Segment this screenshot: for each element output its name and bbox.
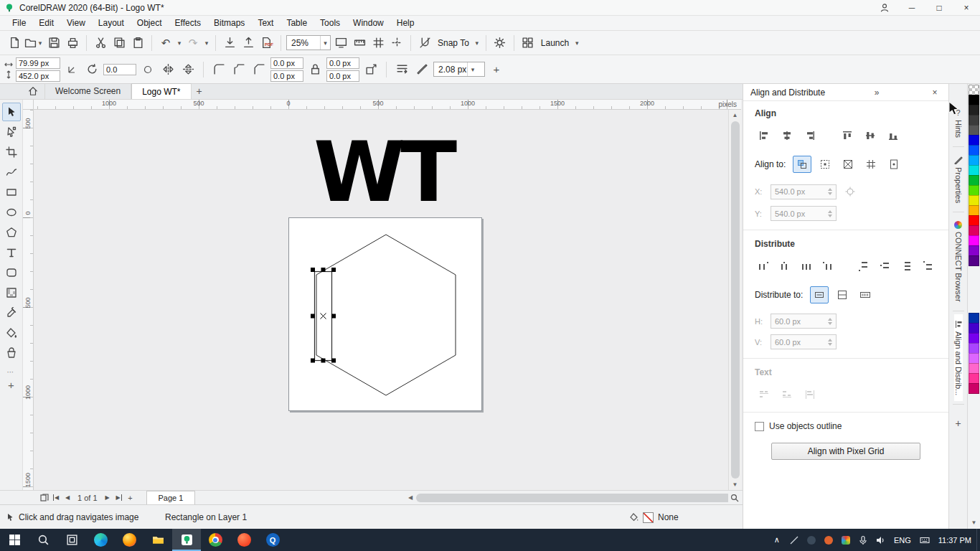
palette-swatch[interactable] — [969, 125, 979, 136]
corner-radius-top-right[interactable]: 0.0 px — [326, 57, 359, 69]
tab-connect-browser[interactable]: CONNECT Browser — [954, 215, 963, 308]
distribute-center-h-button[interactable] — [776, 258, 793, 275]
close-button[interactable]: × — [953, 0, 980, 16]
align-center-horizontally-button[interactable] — [778, 127, 796, 144]
ruler-origin-corner[interactable] — [23, 100, 34, 110]
menu-text[interactable]: Text — [251, 16, 280, 31]
print-icon[interactable] — [64, 34, 81, 52]
rotation-center-button[interactable] — [139, 61, 156, 78]
round-corner-button[interactable] — [210, 61, 227, 78]
launch-label[interactable]: Launch — [538, 38, 572, 48]
palette-swatch[interactable] — [969, 343, 979, 354]
align-text-bounding-box-button[interactable] — [801, 386, 819, 403]
vertical-ruler[interactable]: 500 0 500 1000 1500 — [23, 110, 34, 490]
wrap-text-button[interactable] — [393, 61, 410, 78]
text-tool[interactable] — [2, 243, 21, 262]
drawing-canvas[interactable]: WT — [34, 110, 728, 490]
start-button[interactable] — [0, 529, 29, 551]
corner-radius-bottom-right[interactable]: 0.0 px — [326, 70, 359, 82]
menu-effects[interactable]: Effects — [169, 16, 207, 31]
freehand-tool[interactable] — [2, 163, 21, 182]
tray-app-icon[interactable] — [803, 529, 820, 551]
show-guidelines-icon[interactable] — [388, 34, 405, 52]
menu-file[interactable]: File — [6, 16, 32, 31]
distribute-h-field[interactable]: 60.0 px — [771, 314, 837, 329]
user-account-icon[interactable] — [871, 0, 898, 16]
palette-swatch[interactable] — [969, 155, 979, 166]
palette-swatch[interactable] — [969, 165, 979, 176]
publish-pdf-icon[interactable]: PDF — [258, 34, 275, 52]
outline-width-dropdown[interactable]: ▾ — [467, 62, 478, 76]
rotation-angle-field[interactable]: 0.0 — [103, 64, 136, 75]
menu-bitmaps[interactable]: Bitmaps — [207, 16, 251, 31]
distribute-spacing-h-button[interactable] — [798, 258, 815, 275]
docker-close-icon[interactable]: × — [928, 88, 941, 98]
tray-color-icon[interactable] — [837, 529, 854, 551]
chrome-icon[interactable] — [201, 529, 230, 551]
chamfered-corner-button[interactable] — [250, 61, 268, 78]
add-page-button[interactable]: + — [125, 491, 136, 504]
align-to-active-objects-button[interactable] — [793, 156, 811, 173]
tray-update-icon[interactable] — [820, 529, 837, 551]
fill-none-swatch[interactable] — [643, 512, 654, 523]
palette-swatch[interactable] — [969, 115, 979, 126]
search-icon[interactable] — [29, 529, 57, 551]
vertical-scroll-thumb[interactable] — [731, 121, 740, 479]
open-icon[interactable]: ▾ — [24, 34, 44, 52]
menu-layout[interactable]: Layout — [92, 16, 131, 31]
tab-welcome-screen[interactable]: Welcome Screen — [45, 83, 131, 99]
palette-swatch[interactable] — [969, 195, 979, 206]
menu-table[interactable]: Table — [280, 16, 314, 31]
palette-swatch[interactable] — [969, 145, 979, 156]
menu-view[interactable]: View — [60, 16, 92, 31]
new-document-tab-button[interactable]: + — [192, 83, 207, 99]
distribute-spacing-v-button[interactable] — [898, 258, 915, 275]
next-page-button[interactable]: ▶ — [102, 491, 113, 504]
save-icon[interactable] — [45, 34, 62, 52]
snap-off-icon[interactable] — [416, 34, 433, 52]
menu-tools[interactable]: Tools — [314, 16, 347, 31]
align-text-baseline-first-button[interactable] — [755, 386, 773, 403]
align-center-vertically-button[interactable] — [861, 127, 880, 144]
align-y-field[interactable]: 540.0 px — [771, 206, 837, 221]
paste-icon[interactable] — [129, 34, 146, 52]
align-to-specified-point-button[interactable] — [885, 156, 903, 173]
zoom-levels-combo[interactable]: 25% ▾ — [286, 35, 331, 50]
crop-tool[interactable] — [2, 143, 21, 161]
polygon-tool[interactable] — [2, 223, 21, 242]
file-explorer-icon[interactable] — [143, 529, 172, 551]
add-docker-button[interactable]: + — [955, 418, 961, 429]
object-position-y[interactable]: 452.0 px — [16, 70, 60, 82]
menu-help[interactable]: Help — [390, 16, 421, 31]
palette-swatch[interactable] — [969, 383, 979, 394]
snap-to-dropdown[interactable]: ▾ — [473, 39, 481, 47]
edge-icon[interactable] — [86, 529, 115, 551]
horizontal-ruler[interactable]: 1000 500 0 500 1000 1500 2000 pixels — [34, 100, 741, 110]
distribute-v-field[interactable]: 60.0 px — [771, 334, 837, 349]
import-icon[interactable] — [221, 34, 238, 52]
page-1-tab[interactable]: Page 1 — [146, 491, 196, 504]
align-with-pixel-grid-button[interactable]: Align with Pixel Grid — [771, 443, 920, 460]
mirror-vertical-button[interactable] — [179, 61, 197, 78]
welcome-home-icon[interactable] — [22, 83, 45, 99]
smart-fill-tool[interactable] — [2, 344, 21, 362]
browser-icon[interactable] — [230, 529, 258, 551]
docker-collapse-icon[interactable]: » — [870, 88, 883, 98]
scroll-up-icon[interactable]: ▲ — [729, 110, 742, 121]
palette-swatch[interactable] — [969, 323, 979, 334]
palette-swatch[interactable] — [969, 373, 979, 384]
vertical-scrollbar[interactable]: ▲ ▼ — [728, 110, 741, 490]
transparency-tool[interactable] — [2, 283, 21, 302]
full-screen-preview-icon[interactable] — [332, 34, 349, 52]
page-sorter-icon[interactable] — [39, 491, 50, 504]
align-right-button[interactable] — [801, 127, 819, 144]
menu-object[interactable]: Object — [131, 16, 169, 31]
q-app-icon[interactable]: Q — [258, 529, 287, 551]
distribute-right-button[interactable] — [819, 258, 837, 275]
open-dropdown[interactable]: ▾ — [37, 39, 44, 47]
palette-scroll-down-icon[interactable]: ▼ — [971, 519, 977, 526]
new-document-icon[interactable] — [6, 34, 23, 52]
align-text-baseline-last-button[interactable] — [778, 386, 796, 403]
interactive-fill-tool[interactable] — [2, 324, 21, 342]
menu-window[interactable]: Window — [347, 16, 390, 31]
